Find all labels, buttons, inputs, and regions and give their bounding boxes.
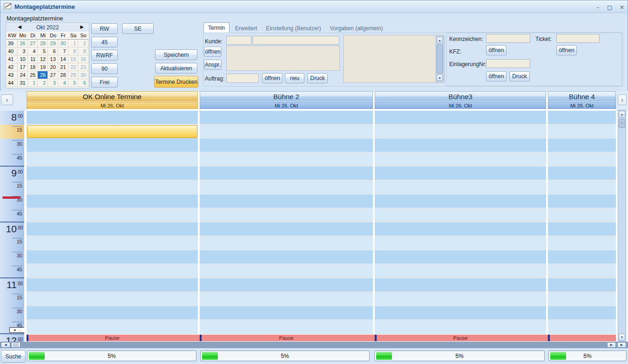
druck-button[interactable]: Druck [307, 73, 328, 83]
time-slot[interactable] [548, 209, 616, 222]
calendar-day[interactable]: 14 [58, 55, 68, 63]
time-slot[interactable] [27, 195, 198, 208]
calendar-day[interactable]: 9 [78, 47, 88, 55]
more-times-button[interactable]: ▼ … [9, 327, 24, 333]
ansprechpartner-button[interactable]: Anspr. [204, 60, 222, 70]
time-slot[interactable] [27, 153, 198, 166]
scroll-down-icon[interactable]: ▼ [437, 74, 443, 81]
scroll-down-icon[interactable]: ▼ [619, 334, 625, 340]
calendar-day[interactable]: 31 [18, 79, 28, 87]
time-slot[interactable] [200, 320, 373, 333]
calendar-day[interactable]: 1 [68, 40, 79, 47]
calendar-day[interactable]: 27 [48, 71, 58, 79]
calendar-day[interactable]: 2 [78, 40, 88, 47]
einlagerung-oeffnen-button[interactable]: öffnen [486, 71, 506, 81]
scroll-columns-left-icon[interactable]: ‹ [1, 94, 13, 105]
time-slot[interactable] [200, 292, 373, 305]
time-slot[interactable] [548, 195, 616, 208]
calendar-prev-icon[interactable]: ◀ [16, 24, 23, 29]
calendar-day[interactable]: 18 [28, 63, 38, 71]
time-slot[interactable] [375, 209, 546, 222]
time-slot[interactable] [200, 195, 373, 208]
time-slot[interactable] [375, 167, 546, 180]
calendar-day[interactable]: 15 [68, 55, 79, 63]
time-slot[interactable] [548, 181, 616, 194]
time-slot[interactable] [375, 222, 546, 236]
time-slot[interactable] [548, 264, 616, 277]
time-slot[interactable] [200, 278, 373, 291]
frei-button[interactable]: Frei [91, 77, 118, 88]
time-slot[interactable] [27, 250, 198, 263]
tab-vorgaben-allgemein[interactable]: Vorgaben (allgemein) [326, 23, 386, 33]
time-slot[interactable] [548, 111, 616, 124]
time-slot[interactable] [27, 222, 198, 236]
time-slot[interactable] [200, 139, 373, 152]
time-slot[interactable] [548, 292, 616, 305]
calendar-day[interactable]: 5 [38, 47, 48, 55]
rwrf-button[interactable]: RWRF [91, 50, 118, 61]
time-slot[interactable] [27, 209, 198, 222]
scroll-columns-right-icon[interactable]: › [618, 94, 627, 105]
time-slot[interactable] [548, 125, 616, 138]
calendar-day[interactable]: 3 [18, 47, 28, 55]
kunde-nr-input[interactable] [226, 36, 251, 45]
time-slot[interactable] [200, 153, 373, 166]
scroll-right-end-icon[interactable]: ▶ [617, 342, 626, 348]
calendar-day[interactable]: 11 [28, 55, 38, 63]
time-slot[interactable] [200, 167, 373, 180]
90-button[interactable]: 90 [91, 63, 118, 74]
einlagerung-druck-button[interactable]: Druck [509, 71, 530, 81]
time-slot[interactable] [548, 236, 616, 249]
time-slot[interactable] [27, 236, 198, 249]
time-slot[interactable] [27, 264, 198, 277]
time-slot[interactable] [200, 264, 373, 277]
calendar-day[interactable]: 30 [78, 71, 88, 79]
kennzeichen-input[interactable] [486, 34, 530, 43]
time-slot[interactable] [375, 195, 546, 208]
time-slot[interactable] [375, 111, 546, 124]
time-slot[interactable] [200, 250, 373, 263]
time-slot[interactable] [27, 278, 198, 291]
calendar-day[interactable]: 12 [38, 55, 48, 63]
time-slot[interactable] [375, 139, 546, 152]
time-slot[interactable] [548, 222, 616, 236]
time-slot[interactable] [27, 139, 198, 152]
v-scroll-thumb[interactable]: ≡ [619, 119, 625, 128]
time-slot[interactable] [27, 181, 198, 194]
calendar-next-icon[interactable]: ▶ [79, 24, 85, 29]
calendar-day[interactable]: 29 [68, 71, 79, 79]
time-slot[interactable] [27, 111, 198, 124]
calendar-day[interactable]: 26 [38, 71, 48, 79]
grid-v-scrollbar[interactable]: ▲ ≡ ▼ [618, 110, 626, 342]
tab-termin[interactable]: Termin [203, 22, 230, 33]
calendar-day[interactable]: 4 [28, 47, 38, 55]
calendar-day[interactable]: 7 [58, 47, 68, 55]
calendar-day[interactable]: 30 [58, 40, 68, 47]
calendar-day[interactable]: 28 [38, 40, 48, 47]
time-slot[interactable] [200, 181, 373, 194]
time-slot[interactable] [375, 264, 546, 277]
termine-drucken-button[interactable]: Termine Drucken [154, 76, 198, 88]
calendar-day[interactable]: 20 [48, 63, 58, 71]
calendar-day[interactable]: 17 [18, 63, 28, 71]
time-slot[interactable] [27, 167, 198, 180]
calendar-day[interactable]: 2 [38, 79, 48, 87]
calendar-day[interactable]: 23 [78, 63, 88, 71]
calendar-day[interactable]: 3 [48, 79, 58, 87]
time-slot[interactable] [375, 153, 546, 166]
time-slot[interactable] [375, 306, 546, 319]
time-slot[interactable] [27, 320, 198, 333]
calendar-day[interactable]: 13 [48, 55, 58, 63]
time-slot[interactable] [200, 222, 373, 236]
ticket-oeffnen-button[interactable]: öffnen [556, 45, 577, 55]
time-slot[interactable] [548, 153, 616, 166]
se-button[interactable]: SE [122, 23, 154, 34]
auftrag-nr-input[interactable] [226, 74, 259, 83]
grid-h-scrollbar[interactable]: ◀ ▶ ▶ [0, 342, 628, 348]
maximize-icon[interactable]: ▢ [605, 4, 615, 11]
neu-button[interactable]: neu [285, 73, 304, 83]
calendar-day[interactable]: 5 [68, 79, 79, 87]
einlagerung-input[interactable] [486, 59, 530, 68]
calendar-day[interactable]: 19 [38, 63, 48, 71]
time-slot[interactable] [375, 292, 546, 305]
